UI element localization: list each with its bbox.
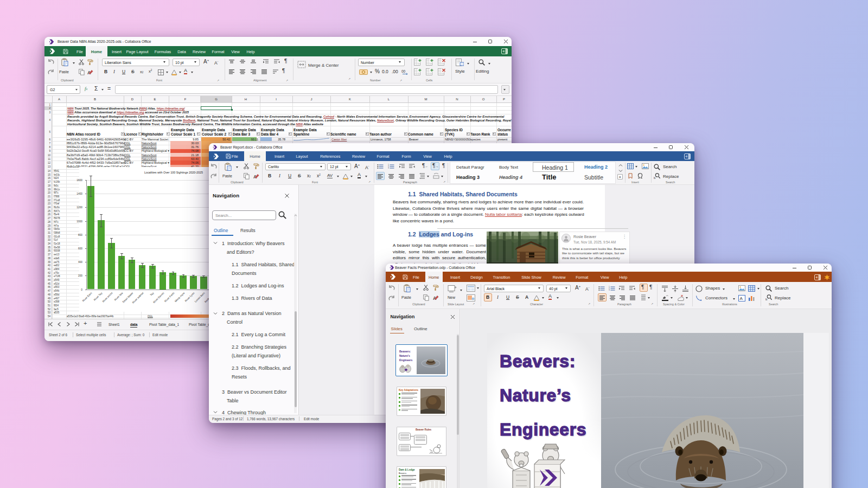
svg-text:b: b [765, 298, 768, 301]
svg-text:00: 00 [401, 69, 406, 73]
svg-text:A: A [740, 296, 743, 301]
svg-text:b: b [654, 176, 656, 179]
svg-text:3: 3 [388, 167, 389, 169]
svg-text:3: 3 [609, 289, 610, 291]
